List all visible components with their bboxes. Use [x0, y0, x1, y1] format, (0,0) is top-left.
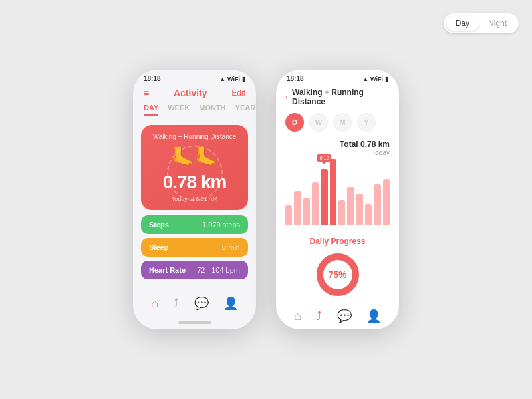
phone1-title: Activity — [174, 88, 207, 98]
phones-container: 18:18 ▲ WiFi ▮ ≡ Activity Edit DAY W — [133, 70, 399, 329]
nav-home-1[interactable]: ⌂ — [151, 297, 158, 311]
status-icons-1: ▲ WiFi ▮ — [219, 76, 245, 82]
donut-label: 75% — [328, 269, 346, 280]
daily-progress-section: Daily Progress 75% — [276, 231, 399, 303]
tab-month[interactable]: MONTH — [199, 104, 225, 116]
nav-chat-1[interactable]: 💬 — [194, 296, 209, 311]
bar-chart: 0.12 — [285, 159, 390, 225]
stat-steps-label: Steps — [149, 221, 169, 229]
time-1: 18:18 — [144, 75, 161, 82]
night-toggle[interactable]: Night — [479, 16, 516, 31]
day-night-toggle[interactable]: Day Night — [444, 13, 519, 33]
activity-card-title: Walking + Running Distance — [149, 133, 240, 140]
bar-2 — [294, 191, 301, 225]
chart-meta: Total 0.78 km Today — [285, 140, 390, 156]
phone2-content: 18:18 ▲ WiFi ▮ ‹ Walking + Running Dista… — [276, 70, 399, 329]
back-button[interactable]: ‹ — [285, 92, 288, 102]
distance-value: 0.78 — [163, 172, 197, 192]
signal-icon-2: ▲ — [362, 76, 368, 82]
stat-sleep-value: 0 min — [222, 243, 240, 251]
period-month[interactable]: M — [333, 113, 352, 132]
chart-total: Total 0.78 km — [340, 140, 390, 149]
bar-10 — [365, 204, 372, 225]
nav-chat-2[interactable]: 💬 — [337, 309, 352, 323]
bottom-nav-2: ⌂ ⤴ 💬 👤 — [276, 303, 399, 329]
nav-profile-2[interactable]: 👤 — [366, 309, 381, 323]
period-day[interactable]: D — [285, 113, 304, 132]
nav-chart-2[interactable]: ⤴ — [316, 309, 322, 323]
activity-card: Walking + Running Distance 🦶🦶 0.78 km To… — [141, 125, 248, 210]
activity-distance: 0.78 km — [149, 172, 240, 193]
stats-list: Steps 1,079 steps Sleep 0 min Heart Rate… — [133, 215, 256, 279]
phone1-header: ≡ Activity Edit — [133, 85, 256, 102]
daily-progress-title: Daily Progress — [285, 237, 390, 246]
signal-icon: ▲ — [219, 76, 225, 82]
bar-3 — [303, 198, 310, 225]
tab-day[interactable]: DAY — [144, 104, 158, 116]
tab-year[interactable]: YEAR — [235, 104, 256, 116]
phone1-content: 18:18 ▲ WiFi ▮ ≡ Activity Edit DAY W — [133, 70, 256, 329]
footsteps-icon: 🦶🦶 — [149, 146, 240, 168]
stat-heart[interactable]: Heart Rate 72 - 104 bpm — [141, 261, 248, 279]
phone2-header: ‹ Walking + Running Distance — [276, 85, 399, 110]
day-toggle[interactable]: Day — [446, 16, 479, 31]
battery-icon-2: ▮ — [385, 76, 388, 82]
wifi-icon: WiFi — [227, 76, 240, 82]
bar-7 — [338, 200, 345, 225]
period-year[interactable]: Y — [357, 113, 376, 132]
stat-heart-value: 72 - 104 bpm — [197, 266, 240, 274]
edit-link[interactable]: Edit — [231, 88, 245, 98]
home-bar-1 — [178, 321, 211, 324]
bar-11 — [374, 184, 380, 225]
phone-2: 18:18 ▲ WiFi ▮ ‹ Walking + Running Dista… — [276, 70, 399, 329]
time-2: 18:18 — [287, 75, 304, 82]
stat-steps-value: 1,079 steps — [202, 221, 240, 229]
chart-area: Total 0.78 km Today 0.12 — [276, 137, 399, 231]
nav-home-2[interactable]: ⌂ — [294, 309, 301, 323]
tab-week[interactable]: WEEK — [168, 104, 190, 116]
menu-icon[interactable]: ≡ — [144, 88, 149, 98]
nav-profile-1[interactable]: 👤 — [223, 296, 238, 311]
period-tabs: D W M Y — [276, 110, 399, 137]
bottom-nav-1: ⌂ ⤴ 💬 👤 — [133, 291, 256, 319]
period-week[interactable]: W — [309, 113, 328, 132]
phone2-title: Walking + Running Distance — [292, 88, 390, 106]
bar-12 — [383, 179, 390, 225]
stat-heart-label: Heart Rate — [149, 266, 186, 274]
stat-sleep[interactable]: Sleep 0 min — [141, 238, 248, 257]
bar-4 — [312, 182, 319, 225]
tab-bar: DAY WEEK MONTH YEAR — [133, 102, 256, 120]
distance-unit: km — [196, 172, 226, 192]
donut-chart: 75% — [315, 251, 361, 298]
stat-steps[interactable]: Steps 1,079 steps — [141, 215, 248, 234]
phone-1: 18:18 ▲ WiFi ▮ ≡ Activity Edit DAY W — [133, 70, 256, 329]
home-indicator-1 — [133, 319, 256, 329]
bar-9 — [356, 194, 363, 225]
battery-icon: ▮ — [242, 76, 245, 82]
nav-chart-1[interactable]: ⤴ — [173, 297, 179, 311]
stat-sleep-label: Sleep — [149, 243, 168, 251]
status-bar-2: 18:18 ▲ WiFi ▮ — [276, 70, 399, 85]
page-wrapper: Day Night 18:18 ▲ WiFi ▮ ≡ Activity — [0, 0, 532, 399]
bar-5: 0.12 — [321, 169, 327, 225]
bar-1 — [285, 205, 292, 225]
bar-6 — [330, 159, 336, 225]
donut-wrapper: 75% — [285, 251, 390, 298]
activity-time: Today at 6:31 AM — [149, 196, 240, 202]
chart-sub: Today — [372, 149, 390, 156]
wifi-icon-2: WiFi — [370, 76, 383, 82]
status-icons-2: ▲ WiFi ▮ — [362, 76, 388, 82]
bar-8 — [347, 187, 354, 225]
status-bar-1: 18:18 ▲ WiFi ▮ — [133, 70, 256, 85]
